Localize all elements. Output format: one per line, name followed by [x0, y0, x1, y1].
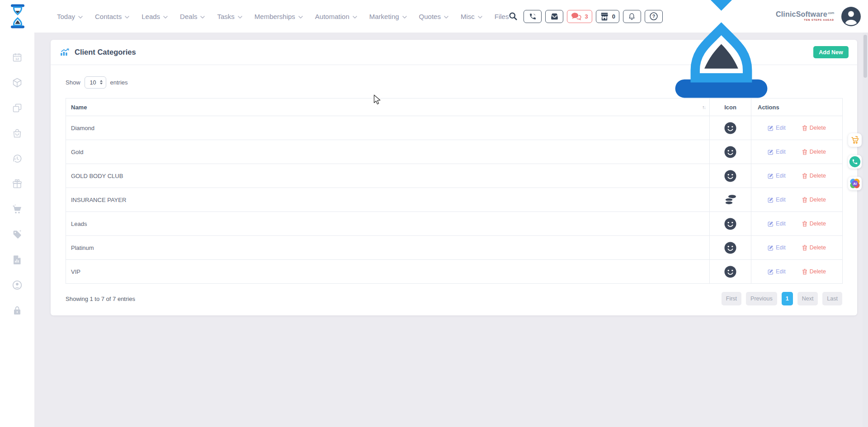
- entries-summary: Showing 1 to 7 of 7 entries: [66, 296, 135, 302]
- inbox-button[interactable]: [545, 10, 563, 23]
- nav-item-deals[interactable]: Deals: [180, 13, 205, 20]
- sidebar-item-cube[interactable]: [12, 77, 23, 88]
- nav-item-files[interactable]: Files: [495, 13, 509, 20]
- smiley-icon: [724, 147, 736, 155]
- sidebar-item-calendar-12[interactable]: 12: [12, 52, 23, 63]
- phone-icon: [529, 13, 537, 20]
- sidebar-item-account[interactable]: [12, 280, 23, 291]
- bell-button[interactable]: [623, 10, 641, 23]
- nav-item-label: Tasks: [217, 13, 234, 20]
- svg-text:?: ?: [652, 14, 655, 19]
- help-icon: ?: [649, 12, 658, 21]
- edit-link[interactable]: Edit: [768, 149, 786, 155]
- actions-cell: EditDelete: [751, 260, 843, 284]
- sidebar-item-gift[interactable]: [12, 178, 23, 189]
- edit-link[interactable]: Edit: [768, 268, 786, 275]
- chevron-down-icon: [200, 16, 205, 19]
- edit-link[interactable]: Edit: [768, 173, 786, 179]
- entries-label: entries: [110, 79, 128, 86]
- nav-item-label: Deals: [180, 13, 197, 20]
- sidebar-item-bag[interactable]: [12, 128, 23, 139]
- pagination-first[interactable]: First: [722, 292, 741, 305]
- phone-button[interactable]: [524, 10, 542, 23]
- delete-label: Delete: [810, 149, 826, 155]
- smiley-icon: [724, 243, 736, 251]
- delete-link[interactable]: Delete: [802, 244, 826, 251]
- nav-item-tasks[interactable]: Tasks: [217, 13, 242, 20]
- edit-pencil-icon: [768, 245, 774, 251]
- sidebar-item-tag[interactable]: [12, 229, 23, 240]
- chevron-down-icon: [125, 16, 129, 19]
- pagination-last[interactable]: Last: [822, 292, 842, 305]
- category-name-cell: Gold: [66, 140, 710, 164]
- pagination-previous[interactable]: Previous: [746, 292, 777, 305]
- actions-cell: EditDelete: [751, 236, 843, 260]
- delete-link[interactable]: Delete: [802, 173, 826, 179]
- pagination-next[interactable]: Next: [797, 292, 818, 305]
- edit-label: Edit: [776, 268, 786, 275]
- user-avatar[interactable]: [841, 7, 861, 26]
- sidebar-item-report[interactable]: [12, 254, 23, 265]
- edit-link[interactable]: Edit: [768, 197, 786, 203]
- floating-cart-orange-button[interactable]: [848, 133, 862, 147]
- delete-link[interactable]: Delete: [802, 197, 826, 203]
- edit-link[interactable]: Edit: [768, 221, 786, 227]
- nav-item-quotes[interactable]: Quotes: [419, 13, 448, 20]
- nav-item-memberships[interactable]: Memberships: [255, 13, 303, 20]
- chevron-down-icon: [163, 16, 168, 19]
- column-header-name[interactable]: Name ↑↓: [66, 99, 710, 116]
- delete-label: Delete: [810, 244, 826, 251]
- edit-label: Edit: [776, 173, 786, 179]
- page-size-select[interactable]: 10: [85, 76, 106, 89]
- floating-ai-button[interactable]: AI: [848, 177, 862, 190]
- help-button[interactable]: ?: [645, 10, 663, 23]
- edit-pencil-icon: [768, 221, 774, 227]
- history-icon: [12, 153, 23, 164]
- table-row: PlatinumEditDelete: [66, 236, 843, 260]
- trash-icon: [802, 269, 807, 275]
- copy-icon: [12, 103, 23, 113]
- category-icon-cell: [710, 140, 751, 164]
- select-updown-icon: [100, 80, 103, 84]
- nav-item-label: Files: [495, 13, 509, 20]
- delete-link[interactable]: Delete: [802, 268, 826, 275]
- edit-pencil-icon: [768, 149, 774, 155]
- brand-tagline: TEN STEPS AHEAD: [776, 19, 834, 22]
- category-icon-cell: [710, 212, 751, 236]
- page-size-value: 10: [90, 80, 96, 86]
- name-column-label: Name: [71, 104, 87, 111]
- category-icon-cell: [710, 188, 751, 212]
- nav-item-misc[interactable]: Misc: [461, 13, 482, 20]
- edit-pencil-icon: [768, 269, 774, 275]
- nav-item-contacts[interactable]: Contacts: [95, 13, 129, 20]
- sidebar-item-copy[interactable]: [12, 103, 23, 113]
- sidebar-item-lock[interactable]: [12, 305, 23, 316]
- delete-link[interactable]: Delete: [802, 149, 826, 155]
- badge-count: 3: [585, 13, 588, 20]
- nav-item-automation[interactable]: Automation: [315, 13, 357, 20]
- search-icon[interactable]: [509, 12, 518, 21]
- chat-button[interactable]: 3: [567, 10, 592, 23]
- delete-link[interactable]: Delete: [802, 125, 826, 131]
- tag-icon: [12, 229, 23, 240]
- badge-count: 0: [612, 13, 615, 20]
- floating-phone-green-button[interactable]: [848, 155, 862, 169]
- edit-link[interactable]: Edit: [768, 125, 786, 131]
- brand-tld: .com: [827, 11, 834, 14]
- edit-label: Edit: [776, 197, 786, 203]
- sidebar-item-history[interactable]: [12, 153, 23, 164]
- store-button[interactable]: 0: [596, 10, 619, 23]
- nav-item-today[interactable]: Today: [57, 13, 83, 20]
- edit-link[interactable]: Edit: [768, 244, 786, 251]
- gift-icon: [12, 178, 23, 189]
- sidebar-item-cart[interactable]: [12, 204, 23, 215]
- show-label: Show: [66, 79, 80, 86]
- nav-item-marketing[interactable]: Marketing: [369, 13, 407, 20]
- table-row: INSURANCE PAYEREditDelete: [66, 188, 843, 212]
- delete-link[interactable]: Delete: [802, 221, 826, 227]
- scrollbar-thumb[interactable]: [863, 35, 867, 78]
- chevron-down-icon: [353, 16, 357, 19]
- pagination-page-1[interactable]: 1: [782, 292, 793, 305]
- account-icon: [12, 280, 23, 291]
- nav-item-leads[interactable]: Leads: [142, 13, 168, 20]
